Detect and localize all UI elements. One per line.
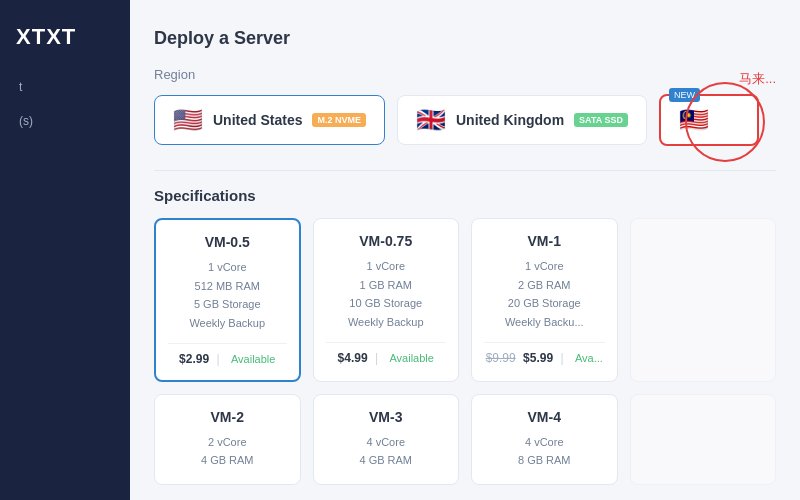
spec-detail-vm2: 2 vCore 4 GB RAM — [167, 433, 288, 470]
spec-card-vm05[interactable]: VM-0.5 1 vCore 512 MB RAM 5 GB Storage W… — [154, 218, 301, 382]
spec-detail-vm075: 1 vCore 1 GB RAM 10 GB Storage Weekly Ba… — [326, 257, 447, 332]
spec-card-vm1b[interactable] — [630, 218, 777, 382]
page-title: Deploy a Server — [154, 28, 776, 49]
badge-nvme: M.2 NVMe — [312, 113, 366, 127]
flag-us-icon — [173, 108, 203, 132]
sidebar: XTXT t (s) — [0, 0, 130, 500]
region-label: Region — [154, 67, 776, 82]
region-card-uk[interactable]: United Kingdom SATA SSD — [397, 95, 647, 145]
spec-name-vm4: VM-4 — [484, 409, 605, 425]
region-selector: 马来... United States M.2 NVMe United King… — [154, 94, 776, 146]
sidebar-item-s[interactable]: (s) — [0, 104, 130, 138]
region-uk-name: United Kingdom — [456, 112, 564, 128]
spec-detail-vm1: 1 vCore 2 GB RAM 20 GB Storage Weekly Ba… — [484, 257, 605, 332]
spec-card-vm4b[interactable] — [630, 394, 777, 485]
badge-sata: SATA SSD — [574, 113, 628, 127]
spec-price-vm1: $9.99 $5.99 | Ava... — [484, 342, 605, 365]
spec-price-vm05: $2.99 | Available — [168, 343, 287, 366]
specs-grid-row2: VM-2 2 vCore 4 GB RAM VM-3 4 vCore 4 GB … — [154, 394, 776, 485]
spec-card-vm4[interactable]: VM-4 4 vCore 8 GB RAM — [471, 394, 618, 485]
logo-text: XT — [16, 24, 46, 49]
badge-new: NEW — [669, 88, 700, 102]
spec-detail-vm05: 1 vCore 512 MB RAM 5 GB Storage Weekly B… — [168, 258, 287, 333]
specs-grid-row1: VM-0.5 1 vCore 512 MB RAM 5 GB Storage W… — [154, 218, 776, 382]
region-card-my[interactable]: NEW — [659, 94, 759, 146]
spec-card-vm3[interactable]: VM-3 4 vCore 4 GB RAM — [313, 394, 460, 485]
spec-detail-vm3: 4 vCore 4 GB RAM — [326, 433, 447, 470]
spec-detail-vm4: 4 vCore 8 GB RAM — [484, 433, 605, 470]
specs-label: Specifications — [154, 170, 776, 204]
spec-card-vm2[interactable]: VM-2 2 vCore 4 GB RAM — [154, 394, 301, 485]
main-content: Deploy a Server Region 马来... United Stat… — [130, 0, 800, 500]
region-us-name: United States — [213, 112, 302, 128]
spec-name-vm075: VM-0.75 — [326, 233, 447, 249]
spec-card-vm075[interactable]: VM-0.75 1 vCore 1 GB RAM 10 GB Storage W… — [313, 218, 460, 382]
flag-uk-icon — [416, 108, 446, 132]
spec-name-vm3: VM-3 — [326, 409, 447, 425]
spec-name-vm1: VM-1 — [484, 233, 605, 249]
spec-card-vm1[interactable]: VM-1 1 vCore 2 GB RAM 20 GB Storage Week… — [471, 218, 618, 382]
region-card-us[interactable]: United States M.2 NVMe — [154, 95, 385, 145]
sidebar-item-t[interactable]: t — [0, 70, 130, 104]
spec-price-vm075: $4.99 | Available — [326, 342, 447, 365]
spec-name-vm2: VM-2 — [167, 409, 288, 425]
flag-my-icon — [679, 108, 709, 132]
chinese-label: 马来... — [739, 70, 776, 88]
spec-name-vm05: VM-0.5 — [168, 234, 287, 250]
logo: XTXT — [0, 16, 130, 70]
